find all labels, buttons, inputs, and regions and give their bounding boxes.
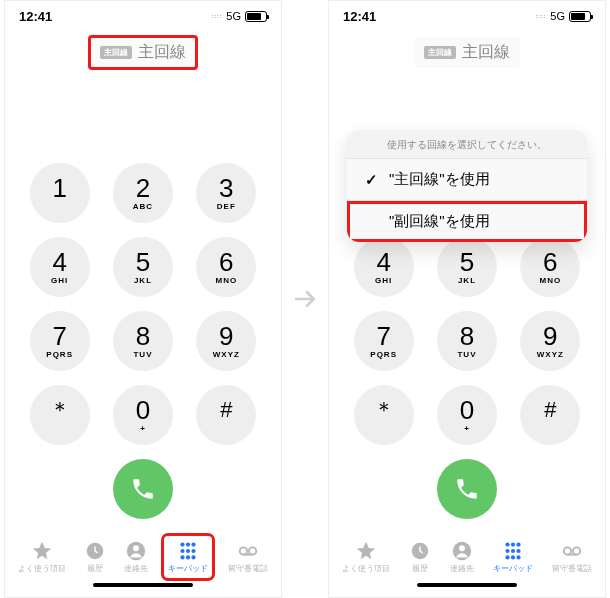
status-time: 12:41 xyxy=(19,9,52,24)
svg-point-9 xyxy=(180,555,184,559)
svg-point-11 xyxy=(191,555,195,559)
svg-point-19 xyxy=(516,542,520,546)
battery-icon xyxy=(569,11,591,22)
key-5[interactable]: 5JKL xyxy=(113,237,173,297)
tab-voicemail[interactable]: 留守番電話 xyxy=(552,540,592,574)
sheet-header: 使用する回線を選択してください。 xyxy=(347,130,587,159)
svg-point-24 xyxy=(511,555,515,559)
voicemail-icon xyxy=(237,540,259,562)
line-badge: 主回線 xyxy=(424,46,456,59)
key-3[interactable]: 3DEF xyxy=(520,163,580,223)
tab-voicemail[interactable]: 留守番電話 xyxy=(228,540,268,574)
phone-icon xyxy=(454,476,480,502)
phone-left-before: 12:41 :::: 5G 主回線 主回線 1 2ABC 3DEF 4GHI 5… xyxy=(4,0,282,598)
key-1[interactable]: 1 xyxy=(354,163,414,223)
key-0[interactable]: 0+ xyxy=(113,385,173,445)
keypad-icon xyxy=(502,540,524,562)
flow-arrow xyxy=(282,284,328,314)
key-hash[interactable]: # xyxy=(196,385,256,445)
svg-point-7 xyxy=(186,549,190,553)
tab-favorites[interactable]: よく使う項目 xyxy=(342,540,390,574)
svg-point-8 xyxy=(191,549,195,553)
key-4[interactable]: 4GHI xyxy=(354,237,414,297)
tab-bar: よく使う項目 履歴 連絡先 キーパッド 留守番電話 xyxy=(329,531,605,583)
person-icon xyxy=(451,540,473,562)
network-label: 5G xyxy=(550,10,565,22)
key-2[interactable]: 2ABC xyxy=(437,163,497,223)
svg-point-20 xyxy=(505,549,509,553)
svg-point-2 xyxy=(133,545,139,551)
key-8[interactable]: 8TUV xyxy=(437,311,497,371)
key-5[interactable]: 5JKL xyxy=(437,237,497,297)
network-label: 5G xyxy=(226,10,241,22)
star-icon xyxy=(355,540,377,562)
tab-keypad[interactable]: キーパッド xyxy=(493,540,533,574)
key-star[interactable]: ＊ xyxy=(30,385,90,445)
line-label: 主回線 xyxy=(138,42,186,63)
line-label: 主回線 xyxy=(462,42,510,63)
line-badge: 主回線 xyxy=(100,46,132,59)
key-6[interactable]: 6MNO xyxy=(520,237,580,297)
svg-point-5 xyxy=(191,542,195,546)
key-0[interactable]: 0+ xyxy=(437,385,497,445)
status-bar: 12:41 :::: 5G xyxy=(5,1,281,31)
svg-point-21 xyxy=(511,549,515,553)
clock-icon xyxy=(409,540,431,562)
battery-icon xyxy=(245,11,267,22)
key-2[interactable]: 2ABC xyxy=(113,163,173,223)
svg-point-25 xyxy=(516,555,520,559)
signal-icon: :::: xyxy=(212,13,223,19)
tab-bar: よく使う項目 履歴 連絡先 キーパッド 留守番電話 xyxy=(5,531,281,583)
svg-point-23 xyxy=(505,555,509,559)
key-star[interactable]: ＊ xyxy=(354,385,414,445)
keypad: 1 2ABC 3DEF 4GHI 5JKL 6MNO 7PQRS 8TUV 9W… xyxy=(347,163,587,445)
svg-point-6 xyxy=(180,549,184,553)
clock-icon xyxy=(84,540,106,562)
svg-point-16 xyxy=(459,545,465,551)
svg-point-10 xyxy=(186,555,190,559)
line-selector[interactable]: 主回線 主回線 xyxy=(414,37,520,68)
phone-right-after: 12:41 :::: 5G 主回線 主回線 1 2ABC 3DEF 4GHI 5… xyxy=(328,0,606,598)
svg-point-17 xyxy=(505,542,509,546)
phone-icon xyxy=(130,476,156,502)
home-indicator[interactable] xyxy=(5,583,281,597)
tab-contacts[interactable]: 連絡先 xyxy=(124,540,148,574)
home-indicator[interactable] xyxy=(329,583,605,597)
key-4[interactable]: 4GHI xyxy=(30,237,90,297)
tab-recents[interactable]: 履歴 xyxy=(409,540,431,574)
key-9[interactable]: 9WXYZ xyxy=(196,311,256,371)
svg-point-13 xyxy=(249,547,256,554)
line-selector[interactable]: 主回線 主回線 xyxy=(90,37,196,68)
star-icon xyxy=(31,540,53,562)
key-1[interactable]: 1 xyxy=(30,163,90,223)
svg-point-22 xyxy=(516,549,520,553)
tab-favorites[interactable]: よく使う項目 xyxy=(18,540,66,574)
arrow-right-icon xyxy=(290,284,320,314)
tab-contacts[interactable]: 連絡先 xyxy=(450,540,474,574)
keypad-icon xyxy=(177,540,199,562)
svg-point-12 xyxy=(240,547,247,554)
key-3[interactable]: 3DEF xyxy=(196,163,256,223)
svg-point-27 xyxy=(572,547,579,554)
call-button[interactable] xyxy=(113,459,173,519)
svg-point-26 xyxy=(563,547,570,554)
call-button[interactable] xyxy=(437,459,497,519)
tab-keypad[interactable]: キーパッド xyxy=(166,538,210,576)
key-7[interactable]: 7PQRS xyxy=(30,311,90,371)
signal-icon: :::: xyxy=(536,13,547,19)
key-8[interactable]: 8TUV xyxy=(113,311,173,371)
key-6[interactable]: 6MNO xyxy=(196,237,256,297)
person-icon xyxy=(125,540,147,562)
status-bar: 12:41 :::: 5G xyxy=(329,1,605,31)
tab-recents[interactable]: 履歴 xyxy=(84,540,106,574)
status-time: 12:41 xyxy=(343,9,376,24)
svg-point-3 xyxy=(180,542,184,546)
svg-point-4 xyxy=(186,542,190,546)
key-9[interactable]: 9WXYZ xyxy=(520,311,580,371)
key-7[interactable]: 7PQRS xyxy=(354,311,414,371)
svg-point-18 xyxy=(511,542,515,546)
keypad: 1 2ABC 3DEF 4GHI 5JKL 6MNO 7PQRS 8TUV 9W… xyxy=(23,163,263,445)
voicemail-icon xyxy=(561,540,583,562)
key-hash[interactable]: # xyxy=(520,385,580,445)
